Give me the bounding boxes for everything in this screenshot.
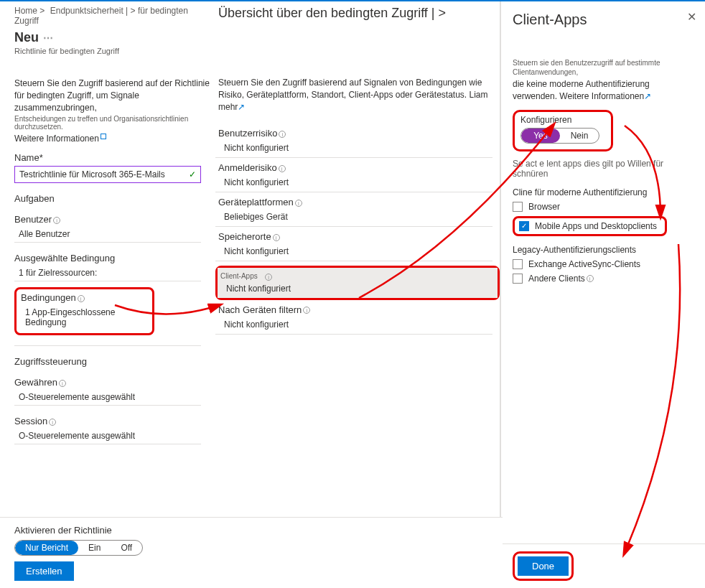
mid-title: Übersicht über den bedingten Zugriff | > bbox=[215, 6, 500, 21]
checkbox-checked-icon: ✓ bbox=[519, 221, 529, 231]
enable-policy-label: Aktivieren der Richtlinie bbox=[14, 525, 488, 536]
cond-device-filter[interactable]: Nach Geräten filterni Nicht konfiguriert bbox=[215, 300, 492, 335]
grant-value: O-Steuerelemente ausgewählt bbox=[14, 392, 215, 402]
users-header[interactable]: Benutzeri bbox=[14, 214, 215, 225]
panel-desc1: Steuern sie den Benutzerzugriff auf best… bbox=[513, 58, 694, 77]
toggle-report-only[interactable]: Nur Bericht bbox=[15, 541, 78, 555]
name-input[interactable]: Testrichtlinie für Microsoft 365-E-Mails… bbox=[14, 166, 201, 183]
panel-note: Se act e lent apps dies gilt po Willen f… bbox=[513, 159, 694, 179]
modern-auth-header: Cline für moderne Authentifizierung bbox=[513, 187, 694, 197]
configure-toggle[interactable]: Yes Nein bbox=[520, 128, 599, 144]
conditions-highlight: Bedingungeni 1 App-Eingeschlossene Bedin… bbox=[14, 287, 154, 335]
configure-highlight: Konfigurieren Yes Nein bbox=[513, 110, 613, 151]
breadcrumb[interactable]: Home > Endpunktsicherheit | > für beding… bbox=[14, 6, 215, 26]
toggle-yes[interactable]: Yes bbox=[521, 129, 560, 143]
info-icon: i bbox=[303, 307, 310, 314]
toggle-on[interactable]: Ein bbox=[78, 541, 111, 555]
info-icon: i bbox=[59, 380, 66, 387]
info-icon: i bbox=[49, 419, 56, 426]
cond-platforms[interactable]: Geräteplattformeni Beliebiges Gerät bbox=[215, 192, 492, 227]
done-highlight: Done bbox=[513, 551, 574, 581]
session-header[interactable]: Sessioni bbox=[14, 416, 215, 426]
checkbox-browser[interactable]: Browser bbox=[513, 202, 694, 212]
grant-header[interactable]: Gewähreni bbox=[14, 377, 215, 388]
cond-locations[interactable]: Speicherortei Nicht konfiguriert bbox=[215, 227, 492, 261]
checkbox-icon bbox=[513, 274, 523, 284]
toggle-no[interactable]: Nein bbox=[560, 129, 599, 143]
users-value: Alle Benutzer bbox=[14, 229, 215, 239]
page-subtitle: Richtlinie für bedingten Zugriff bbox=[14, 47, 215, 55]
left-desc1: Steuern Sie den Zugriff basierend auf de… bbox=[14, 78, 215, 113]
configure-label: Konfigurieren bbox=[520, 115, 605, 125]
done-button[interactable]: Done bbox=[518, 556, 569, 576]
enable-policy-toggle[interactable]: Nur Bericht Ein Off bbox=[14, 540, 143, 556]
create-button[interactable]: Erstellen bbox=[14, 561, 74, 581]
mid-desc: Steuern Sie den Zugriff basierend auf Si… bbox=[215, 77, 500, 113]
info-icon: i bbox=[273, 234, 280, 241]
conditions-value: 1 App-Eingeschlossene Bedingung bbox=[21, 307, 148, 327]
toggle-off[interactable]: Off bbox=[111, 541, 142, 555]
more-info-link[interactable]: Weitere Informationen bbox=[14, 134, 215, 144]
checkbox-icon bbox=[513, 259, 523, 269]
info-icon: i bbox=[78, 295, 85, 302]
external-link-icon bbox=[101, 134, 106, 139]
cond-signin-risk[interactable]: Anmelderisikoi Nicht konfiguriert bbox=[215, 158, 492, 192]
info-icon: i bbox=[53, 217, 60, 224]
info-icon: i bbox=[265, 274, 272, 281]
access-header: Zugriffssteuerung bbox=[14, 356, 215, 367]
page-title: Neu⋯ bbox=[14, 30, 215, 45]
external-link-icon: ↗ bbox=[238, 102, 245, 112]
check-icon: ✓ bbox=[189, 169, 196, 179]
breadcrumb-home[interactable]: Home > bbox=[14, 6, 45, 16]
cond-user-risk[interactable]: Benutzerrisikoi Nicht konfiguriert bbox=[215, 123, 492, 158]
checkbox-other[interactable]: Andere Clientsi bbox=[513, 274, 694, 284]
conditions-header[interactable]: Bedingungeni bbox=[21, 292, 148, 303]
session-value: O-Steuerelemente ausgewählt bbox=[14, 431, 215, 441]
checkbox-icon bbox=[513, 202, 523, 212]
panel-title: Client-Apps bbox=[501, 9, 705, 37]
tasks-header: Aufgaben bbox=[14, 193, 215, 204]
more-icon[interactable]: ⋯ bbox=[43, 32, 53, 44]
checkbox-mobile[interactable]: ✓ Mobile Apps und Desktopclients bbox=[519, 221, 660, 231]
checkbox-eas[interactable]: Exchange ActiveSync-Clients bbox=[513, 259, 694, 269]
info-icon: i bbox=[587, 275, 594, 282]
info-icon: i bbox=[295, 200, 302, 207]
close-icon[interactable]: ✕ bbox=[687, 10, 696, 24]
cond-client-apps[interactable]: Client-Apps i Nicht konfiguriert bbox=[218, 268, 498, 297]
left-desc2: Entscheidungen zu treffen und Organisati… bbox=[14, 115, 215, 131]
mobile-highlight: ✓ Mobile Apps und Desktopclients bbox=[513, 216, 667, 236]
selcond-value: 1 für Zielressourcen: bbox=[14, 268, 215, 278]
external-link-icon: ↗ bbox=[644, 91, 651, 101]
legacy-auth-header: Legacy-Authentifizierungsclients bbox=[513, 245, 694, 255]
info-icon: i bbox=[279, 165, 286, 172]
info-icon: i bbox=[279, 131, 286, 138]
name-label: Name* bbox=[14, 152, 215, 163]
selcond-header: Ausgewählte Bedingung bbox=[14, 253, 215, 263]
panel-desc2: die keine moderne Authentifizierung verw… bbox=[513, 78, 694, 103]
